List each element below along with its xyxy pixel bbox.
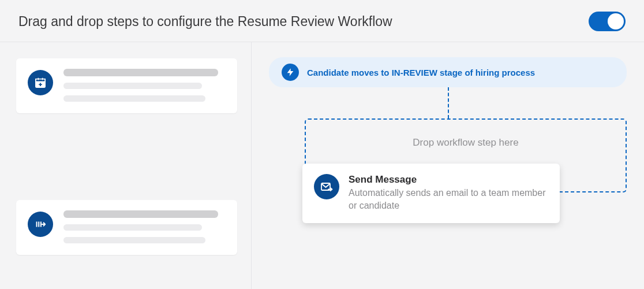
header-bar: Drag and drop steps to configure the Res… (0, 0, 644, 42)
workflow-trigger[interactable]: Candidate moves to IN-REVIEW stage of hi… (269, 57, 627, 87)
palette-step-placeholder (63, 210, 224, 243)
palette-step-move-stage[interactable] (16, 200, 237, 255)
skeleton-line (63, 95, 205, 102)
dragging-step-description: Automatically sends an email to a team m… (349, 187, 548, 212)
mail-forward-icon (314, 174, 339, 199)
dragging-step-title: Send Message (349, 174, 548, 186)
workflow-enable-toggle[interactable] (589, 12, 626, 31)
bars-arrow-icon (28, 212, 53, 237)
dragging-step-card[interactable]: Send Message Automatically sends an emai… (302, 164, 560, 223)
workflow-editor: Drag and drop steps to configure the Res… (0, 0, 644, 289)
page-title: Drag and drop steps to configure the Res… (18, 14, 392, 29)
drop-zone-placeholder: Drop workflow step here (413, 137, 518, 149)
bolt-icon (282, 64, 299, 81)
dragging-step-content: Send Message Automatically sends an emai… (349, 174, 548, 212)
skeleton-line (63, 224, 202, 231)
calendar-plus-icon (28, 70, 53, 95)
workflow-drop-zone[interactable]: Drop workflow step here Send Message Aut… (305, 118, 627, 192)
toggle-knob (608, 13, 624, 29)
steps-palette (0, 42, 251, 289)
skeleton-line (63, 83, 202, 89)
skeleton-line (63, 69, 218, 76)
editor-body: Candidate moves to IN-REVIEW stage of hi… (0, 42, 644, 289)
workflow-canvas: Candidate moves to IN-REVIEW stage of hi… (251, 42, 644, 289)
skeleton-line (63, 210, 218, 218)
palette-step-placeholder (63, 69, 224, 102)
trigger-label: Candidate moves to IN-REVIEW stage of hi… (307, 68, 535, 77)
palette-step-calendar[interactable] (16, 58, 237, 113)
skeleton-line (63, 237, 205, 243)
connector-line (448, 87, 449, 118)
